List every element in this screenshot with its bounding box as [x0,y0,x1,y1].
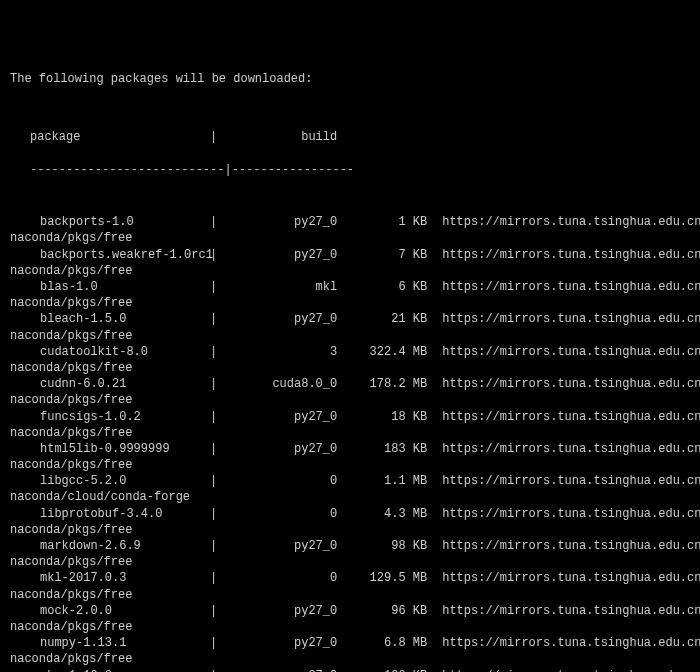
package-row: mock-2.0.0|py27_096 KBhttps://mirrors.tu… [10,603,690,619]
pkg-build: py27_0 [217,668,337,673]
divider: ---------------------------|------------… [10,162,690,178]
package-url-continuation: naconda/pkgs/free [10,651,690,667]
pkg-build: 3 [217,344,337,360]
pkg-build: 0 [217,506,337,522]
pkg-url: https://mirrors.tuna.tsinghua.edu.cn/a [442,247,700,263]
package-url-continuation: naconda/pkgs/free [10,619,690,635]
package-row: libgcc-5.2.0|01.1 MBhttps://mirrors.tuna… [10,473,690,489]
pkg-url-cont: naconda/pkgs/free [10,264,132,278]
pkg-url: https://mirrors.tuna.tsinghua.edu.cn/a [442,506,700,522]
pkg-url-cont: naconda/pkgs/free [10,231,132,245]
package-url-continuation: naconda/pkgs/free [10,263,690,279]
package-url-continuation: naconda/pkgs/free [10,295,690,311]
package-url-continuation: naconda/pkgs/free [10,554,690,570]
package-row: numpy-1.13.1|py27_06.8 MBhttps://mirrors… [10,635,690,651]
pkg-name: cudatoolkit-8.0 [10,344,210,360]
pkg-build: cuda8.0_0 [217,376,337,392]
pkg-name: libprotobuf-3.4.0 [10,506,210,522]
pkg-build: 0 [217,570,337,586]
package-url-continuation: naconda/pkgs/free [10,587,690,603]
pkg-size: 183 KB [347,441,427,457]
package-row: backports-1.0|py27_01 KBhttps://mirrors.… [10,214,690,230]
pkg-name: libgcc-5.2.0 [10,473,210,489]
pkg-build: 0 [217,473,337,489]
pkg-size: 18 KB [347,409,427,425]
pkg-size: 129.5 MB [347,570,427,586]
pkg-size: 96 KB [347,603,427,619]
pkg-build: py27_0 [217,635,337,651]
package-row: funcsigs-1.0.2|py27_018 KBhttps://mirror… [10,409,690,425]
package-row: backports.weakref-1.0rc1|py27_07 KBhttps… [10,247,690,263]
col-package: package [10,129,210,145]
pkg-name: pbr-1.10.0 [10,668,210,673]
pkg-name: backports-1.0 [10,214,210,230]
pkg-url: https://mirrors.tuna.tsinghua.edu.cn/a [442,441,700,457]
package-row: cudatoolkit-8.0|3322.4 MBhttps://mirrors… [10,344,690,360]
pkg-size: 98 KB [347,538,427,554]
pkg-url: https://mirrors.tuna.tsinghua.edu.cn/a [442,376,700,392]
pkg-size: 100 KB [347,668,427,673]
pkg-size: 21 KB [347,311,427,327]
package-url-continuation: naconda/pkgs/free [10,360,690,376]
pkg-size: 1.1 MB [347,473,427,489]
package-url-continuation: naconda/pkgs/free [10,425,690,441]
pkg-url: https://mirrors.tuna.tsinghua.edu.cn/a [442,538,700,554]
package-row: mkl-2017.0.3|0129.5 MBhttps://mirrors.tu… [10,570,690,586]
package-url-continuation: naconda/pkgs/free [10,457,690,473]
package-url-continuation: naconda/pkgs/free [10,328,690,344]
pkg-url: https://mirrors.tuna.tsinghua.edu.cn/a [442,344,700,360]
pkg-name: html5lib-0.9999999 [10,441,210,457]
col-build: build [217,129,337,145]
pkg-size: 6.8 MB [347,635,427,651]
pkg-url-cont: naconda/pkgs/free [10,329,132,343]
package-row: html5lib-0.9999999|py27_0183 KBhttps://m… [10,441,690,457]
pkg-url-cont: naconda/pkgs/free [10,523,132,537]
pkg-url-cont: naconda/pkgs/free [10,393,132,407]
package-url-continuation: naconda/pkgs/free [10,392,690,408]
pkg-url: https://mirrors.tuna.tsinghua.edu.cn/a [442,603,700,619]
package-url-continuation: naconda/cloud/conda-forge [10,489,690,505]
pkg-url-cont: naconda/pkgs/free [10,458,132,472]
pkg-url: https://mirrors.tuna.tsinghua.edu.cn/a [442,473,700,489]
pkg-build: py27_0 [217,538,337,554]
package-row: cudnn-6.0.21|cuda8.0_0178.2 MBhttps://mi… [10,376,690,392]
pkg-url-cont: naconda/pkgs/free [10,620,132,634]
pkg-url-cont: naconda/pkgs/free [10,426,132,440]
pkg-name: bleach-1.5.0 [10,311,210,327]
pkg-size: 7 KB [347,247,427,263]
package-url-continuation: naconda/pkgs/free [10,522,690,538]
package-row: libprotobuf-3.4.0|04.3 MBhttps://mirrors… [10,506,690,522]
package-row: pbr-1.10.0|py27_0100 KBhttps://mirrors.t… [10,668,690,673]
package-row: bleach-1.5.0|py27_021 KBhttps://mirrors.… [10,311,690,327]
pkg-name: blas-1.0 [10,279,210,295]
column-header: package|build [10,129,690,145]
pkg-url-cont: naconda/pkgs/free [10,588,132,602]
pkg-url: https://mirrors.tuna.tsinghua.edu.cn/a [442,214,700,230]
pkg-url-cont: naconda/pkgs/free [10,361,132,375]
package-row: blas-1.0|mkl6 KBhttps://mirrors.tuna.tsi… [10,279,690,295]
pkg-size: 178.2 MB [347,376,427,392]
pkg-url: https://mirrors.tuna.tsinghua.edu.cn/a [442,635,700,651]
pkg-url: https://mirrors.tuna.tsinghua.edu.cn/a [442,409,700,425]
pkg-url-cont: naconda/pkgs/free [10,555,132,569]
download-header: The following packages will be downloade… [10,71,690,87]
pkg-name: funcsigs-1.0.2 [10,409,210,425]
package-url-continuation: naconda/pkgs/free [10,230,690,246]
pkg-name: backports.weakref-1.0rc1 [10,247,210,263]
pkg-url: https://mirrors.tuna.tsinghua.edu.cn/a [442,279,700,295]
pkg-build: py27_0 [217,409,337,425]
pkg-url-cont: naconda/pkgs/free [10,296,132,310]
pkg-size: 322.4 MB [347,344,427,360]
pkg-build: mkl [217,279,337,295]
package-row: markdown-2.6.9|py27_098 KBhttps://mirror… [10,538,690,554]
pkg-build: py27_0 [217,603,337,619]
pkg-url: https://mirrors.tuna.tsinghua.edu.cn/a [442,570,700,586]
pkg-build: py27_0 [217,247,337,263]
pkg-name: mkl-2017.0.3 [10,570,210,586]
pkg-build: py27_0 [217,441,337,457]
pkg-size: 1 KB [347,214,427,230]
pkg-size: 4.3 MB [347,506,427,522]
pkg-size: 6 KB [347,279,427,295]
pkg-name: markdown-2.6.9 [10,538,210,554]
pkg-url-cont: naconda/pkgs/free [10,652,132,666]
